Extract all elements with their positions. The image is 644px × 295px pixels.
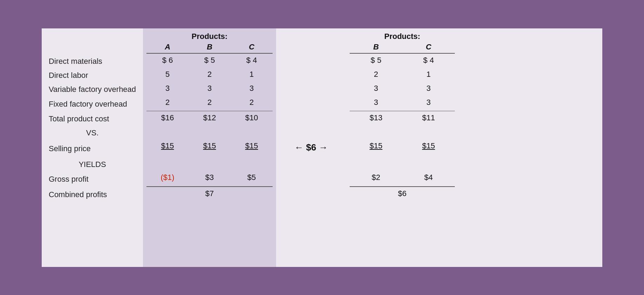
left-dm-a: $ 6 [146, 54, 189, 68]
right-dm-b: $ 5 [350, 54, 402, 68]
right-dl-c: 1 [402, 68, 455, 82]
left-col-a: A [146, 42, 189, 52]
left-col-b: B [189, 42, 231, 52]
right-total-b: $13 [350, 111, 402, 125]
right-col-headers: B C [350, 42, 455, 54]
right-table-block: Products: B C $ 5 $ 4 2 1 3 3 3 [346, 28, 458, 267]
left-row-combined: $7 [146, 186, 273, 200]
left-vfo-a: 3 [146, 82, 189, 96]
right-row-dl: 2 1 [350, 68, 455, 82]
left-row-direct-labor: 5 2 1 [146, 68, 273, 82]
left-sp-a: $15 [146, 139, 189, 157]
right-row-dm: $ 5 $ 4 [350, 54, 455, 68]
right-vfo-b: 3 [350, 82, 402, 96]
left-gp-a: ($1) [146, 171, 189, 186]
right-combined: $6 [350, 187, 455, 200]
right-row-total: $13 $11 [350, 111, 455, 125]
label-direct-labor: Direct labor [49, 68, 136, 82]
left-row-selling-price: $15 $15 $15 [146, 139, 273, 157]
label-fixed-factory-overhead: Fixed factory overhead [49, 96, 136, 112]
right-gp-b: $2 [350, 171, 402, 186]
label-total-product-cost: Total product cost [49, 112, 136, 126]
left-col-headers: A B C [146, 42, 273, 54]
right-table-header: Products: [350, 28, 455, 42]
left-col-c: C [231, 42, 273, 52]
right-sp-b: $15 [350, 139, 402, 157]
right-row-ffo: 3 3 [350, 96, 455, 111]
right-row-gp: $2 $4 [350, 171, 455, 186]
right-dl-b: 2 [350, 68, 402, 82]
left-dm-b: $ 5 [189, 54, 231, 68]
right-vs-spacer [350, 125, 455, 139]
right-row-vfo: 3 3 [350, 82, 455, 96]
left-ffo-c: 2 [231, 96, 273, 111]
left-vfo-c: 3 [231, 82, 273, 96]
label-direct-materials: Direct materials [49, 54, 136, 68]
left-table-header: Products: [146, 28, 273, 42]
right-padding [458, 28, 602, 267]
left-row-total: $16 $12 $10 [146, 111, 273, 125]
left-row-gross-profit: ($1) $3 $5 [146, 171, 273, 186]
right-row-sp: $15 $15 [350, 139, 455, 157]
left-vs-spacer [146, 125, 273, 139]
left-vfo-b: 3 [189, 82, 231, 96]
left-total-b: $12 [189, 111, 231, 125]
left-dm-c: $ 4 [231, 54, 273, 68]
left-dl-c: 1 [231, 68, 273, 82]
right-sp-c: $15 [402, 139, 455, 157]
right-col-b: B [350, 42, 402, 52]
left-ffo-b: 2 [189, 96, 231, 111]
left-dl-a: 5 [146, 68, 189, 82]
left-row-ffo: 2 2 2 [146, 96, 273, 111]
right-gp-c: $4 [402, 171, 455, 186]
left-total-c: $10 [231, 111, 273, 125]
left-ffo-a: 2 [146, 96, 189, 111]
label-yields: YIELDS [49, 157, 136, 172]
right-col-c: C [402, 42, 455, 52]
label-variable-factory-overhead: Variable factory overhead [49, 82, 136, 96]
left-gp-c: $5 [231, 171, 273, 186]
left-sp-b: $15 [189, 139, 231, 157]
label-vs: VS. [49, 126, 136, 140]
right-yields-spacer [350, 157, 455, 171]
right-total-c: $11 [402, 111, 455, 125]
right-dm-c: $ 4 [402, 54, 455, 68]
right-vfo-c: 3 [402, 82, 455, 96]
left-sp-c: $15 [231, 139, 273, 157]
left-gp-b: $3 [189, 171, 231, 186]
row-labels: Direct materials Direct labor Variable f… [42, 28, 143, 267]
left-total-a: $16 [146, 111, 189, 125]
middle-arrow: ← $6 → [276, 28, 346, 267]
left-row-direct-materials: $ 6 $ 5 $ 4 [146, 54, 273, 68]
right-ffo-b: 3 [350, 96, 402, 111]
label-selling-price: Selling price [49, 140, 136, 157]
label-combined-profits: Combined profits [49, 187, 136, 202]
left-row-vfo: 3 3 3 [146, 82, 273, 96]
right-row-combined: $6 [350, 186, 455, 200]
left-yields-spacer [146, 157, 273, 171]
right-ffo-c: 3 [402, 96, 455, 111]
left-dl-b: 2 [189, 68, 231, 82]
left-table-block: Products: A B C $ 6 $ 5 $ 4 5 2 1 [143, 28, 276, 267]
main-container: Direct materials Direct labor Variable f… [42, 28, 602, 267]
left-combined: $7 [146, 187, 273, 200]
label-gross-profit: Gross profit [49, 172, 136, 187]
